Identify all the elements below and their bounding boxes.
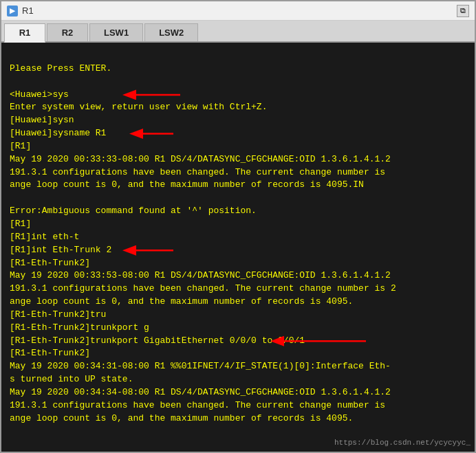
terminal-line: May 19 2020 00:34:34-08:00 R1 DS/4/DATAS… [10, 386, 466, 399]
main-window: ▶ R1 ⧉ R1 R2 LSW1 LSW2 Please Press ENTE… [0, 0, 476, 453]
terminal-line: 191.3.1 configurations have been changed… [10, 399, 466, 412]
terminal-line: [R1-Eth-Trunk2]tru [10, 309, 466, 322]
terminal-line [10, 192, 466, 205]
window-controls[interactable]: ⧉ [457, 5, 469, 17]
tab-lsw1[interactable]: LSW1 [89, 23, 143, 41]
terminal-line: s turned into UP state. [10, 373, 466, 386]
terminal-line: ange loop count is 0, and the maximum nu… [10, 179, 466, 192]
tab-lsw2[interactable]: LSW2 [144, 23, 198, 41]
terminal-area[interactable]: Please Press ENTER. <Huawei>sysEnter sys… [1, 43, 475, 452]
terminal-line: [R1] [10, 140, 466, 153]
terminal-line: [R1] [10, 218, 466, 231]
terminal-line [10, 49, 466, 63]
terminal-line: [R1]int Eth-Trunk 2 [10, 244, 466, 257]
terminal-line: [R1]int eth-t [10, 231, 466, 244]
terminal-line: [R1-Eth-Trunk2]trunkport g [10, 322, 466, 335]
terminal-line: 191.3.1 configurations have been changed… [10, 283, 466, 296]
title-bar-left: ▶ R1 [7, 5, 34, 16]
terminal-line: ange loop count is 0, and the maximum nu… [10, 412, 466, 426]
app-icon: ▶ [7, 5, 18, 16]
terminal-line: [R1-Eth-Trunk2]trunkport GigabitEthernet… [10, 335, 466, 348]
terminal-line: Please Press ENTER. [10, 63, 466, 76]
terminal-line: Enter system view, return user view with… [10, 101, 466, 114]
terminal-line: <Huawei>sys [10, 89, 466, 102]
terminal-line: [Huawei]sysn [10, 114, 466, 127]
terminal-line: ange loop count is 0, and the maximum nu… [10, 296, 466, 309]
terminal-line: [Huawei]sysname R1 [10, 127, 466, 140]
tab-r2[interactable]: R2 [47, 23, 88, 41]
terminal-line: [R1-Eth-Trunk2] [10, 347, 466, 360]
tabs-bar: R1 R2 LSW1 LSW2 [1, 21, 475, 43]
restore-button[interactable]: ⧉ [457, 5, 469, 17]
terminal-line: May 19 2020 00:33:33-08:00 R1 DS/4/DATAS… [10, 153, 466, 166]
terminal-line [10, 76, 466, 89]
title-bar: ▶ R1 ⧉ [1, 1, 475, 21]
terminal-line: 191.3.1 configurations have been changed… [10, 166, 466, 179]
terminal-content: Please Press ENTER. <Huawei>sysEnter sys… [10, 49, 466, 425]
terminal-line: May 19 2020 00:33:53-08:00 R1 DS/4/DATAS… [10, 269, 466, 283]
terminal-line: [R1-Eth-Trunk2] [10, 257, 466, 270]
terminal-line: Error:Ambiguous command found at '^' pos… [10, 205, 466, 218]
tab-r1[interactable]: R1 [4, 23, 45, 43]
watermark: https://blog.csdn.net/ycycyyc_ [334, 438, 470, 449]
window-title: R1 [22, 5, 34, 16]
terminal-line: May 19 2020 00:34:31-08:00 R1 %%01IFNET/… [10, 360, 466, 373]
